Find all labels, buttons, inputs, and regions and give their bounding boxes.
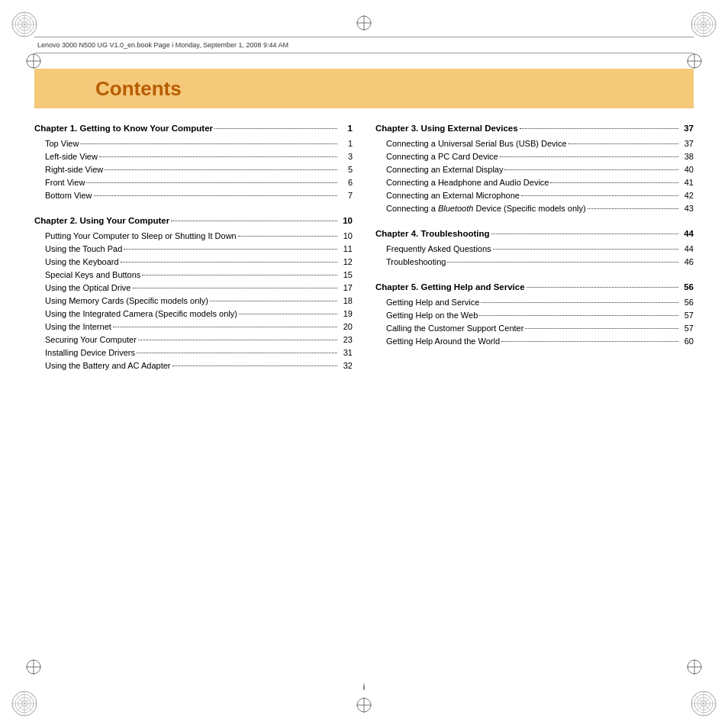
chapter-section: Chapter 3. Using External Devices37Conne… <box>375 122 694 215</box>
toc-page-number: 44 <box>680 243 694 256</box>
corner-decoration-br <box>688 688 719 719</box>
toc-entry-label: Using the Optical Drive <box>34 282 131 295</box>
toc-entry-row: Calling the Customer Support Center57 <box>375 322 694 335</box>
toc-dots <box>500 156 678 157</box>
toc-page-number: 42 <box>680 189 694 202</box>
toc-entry-row: Securing Your Computer23 <box>34 333 353 346</box>
reg-mark-tc <box>355 14 373 32</box>
page-title: Contents <box>95 77 182 101</box>
chapter-section: Chapter 1. Getting to Know Your Computer… <box>34 122 353 202</box>
toc-entry-label: Installing Device Drivers <box>34 346 135 359</box>
toc-entry-label: Getting Help Around the World <box>375 335 500 348</box>
toc-page-number: 10 <box>339 230 353 243</box>
toc-entry-row: Getting Help and Service56 <box>375 296 694 309</box>
toc-dots <box>239 314 337 314</box>
toc-entry-label: Getting Help and Service <box>375 296 479 309</box>
right-column: Chapter 3. Using External Devices37Conne… <box>375 122 694 667</box>
toc-page-number: 56 <box>680 296 694 309</box>
toc-dots <box>133 288 338 288</box>
chapter-heading-row: Chapter 3. Using External Devices37 <box>375 122 694 136</box>
toc-entry-row: Connecting an External Display40 <box>375 163 694 176</box>
chapter-page-number: 1 <box>339 122 353 136</box>
toc-dots <box>105 169 337 170</box>
toc-page-number: 6 <box>339 176 353 189</box>
toc-page-number: 60 <box>680 335 694 348</box>
toc-page-number: 7 <box>339 189 353 202</box>
toc-page-number: 46 <box>680 256 694 269</box>
corner-decoration-bl <box>9 688 40 719</box>
toc-dots <box>210 301 337 301</box>
chapter-heading-label: Chapter 1. Getting to Know Your Computer <box>34 122 213 136</box>
toc-page-number: 43 <box>680 202 694 215</box>
toc-entry-label: Connecting an External Display <box>375 163 503 176</box>
toc-dots <box>520 128 678 129</box>
toc-dots <box>493 249 678 250</box>
toc-page-number: 32 <box>339 359 353 372</box>
toc-entry-row: Getting Help on the Web57 <box>375 309 694 322</box>
toc-page-number: 5 <box>339 163 353 176</box>
toc-dots <box>142 275 337 275</box>
toc-page-number: 17 <box>339 282 353 295</box>
toc-page-number: 38 <box>680 150 694 163</box>
toc-entry-row: Using the Keyboard12 <box>34 256 353 269</box>
toc-entry-row: Troubleshooting46 <box>375 256 694 269</box>
reg-mark-tl <box>24 52 43 70</box>
toc-entry-row: Connecting a Headphone and Audio Device4… <box>375 176 694 189</box>
toc-dots <box>504 169 678 170</box>
toc-dots <box>550 182 678 183</box>
toc-dots <box>86 182 337 183</box>
chapter-section: Chapter 4. Troubleshooting44Frequently A… <box>375 227 694 269</box>
toc-entry-label: Putting Your Computer to Sleep or Shutti… <box>34 230 237 243</box>
toc-page-number: 19 <box>339 308 353 321</box>
chapter-heading-row: Chapter 1. Getting to Know Your Computer… <box>34 122 353 136</box>
toc-page-number: 40 <box>680 163 694 176</box>
chapter-section: Chapter 2. Using Your Computer10Putting … <box>34 214 353 372</box>
toc-dots <box>121 262 337 263</box>
toc-entry-label: Using the Touch Pad <box>34 243 122 256</box>
toc-entry-row: Bottom View7 <box>34 189 353 202</box>
toc-entry-label: Connecting a Universal Serial Bus (USB) … <box>375 137 567 150</box>
toc-entry-row: Front View6 <box>34 176 353 189</box>
toc-page-number: 41 <box>680 176 694 189</box>
corner-decoration-tl <box>9 9 40 40</box>
toc-dots <box>527 287 678 288</box>
chapter-page-number: 37 <box>680 122 694 136</box>
toc-dots <box>501 341 678 342</box>
toc-entry-row: Using the Integrated Camera (Specific mo… <box>34 308 353 321</box>
toc-dots <box>80 143 337 144</box>
toc-entry-row: Connecting an External Microphone42 <box>375 189 694 202</box>
toc-entry-label: Special Keys and Buttons <box>34 269 140 282</box>
corner-decoration-tr <box>688 9 719 40</box>
chapter-section: Chapter 5. Getting Help and Service56Get… <box>375 281 694 348</box>
toc-entry-label: Using Memory Cards (Specific models only… <box>34 295 208 308</box>
toc-dots <box>479 315 678 316</box>
toc-entry-label: Connecting a PC Card Device <box>375 150 498 163</box>
toc-entry-label: Connecting a Headphone and Audio Device <box>375 176 549 189</box>
toc-entry-row: Putting Your Computer to Sleep or Shutti… <box>34 230 353 243</box>
toc-page-number: 12 <box>339 256 353 269</box>
toc-entry-label: Calling the Customer Support Center <box>375 322 523 335</box>
toc-page-number: 57 <box>680 322 694 335</box>
chapter-heading-row: Chapter 2. Using Your Computer10 <box>34 214 353 228</box>
toc-dots <box>137 353 337 353</box>
toc-entry-label: Front View <box>34 176 85 189</box>
toc-dots <box>447 262 678 263</box>
toc-page-number: 57 <box>680 309 694 322</box>
page-number: i <box>363 682 365 691</box>
reg-mark-tr <box>685 52 704 70</box>
toc-entry-row: Connecting a Universal Serial Bus (USB) … <box>375 137 694 150</box>
toc-page-number: 1 <box>339 137 353 150</box>
toc-dots <box>569 143 678 144</box>
chapter-heading-label: Chapter 3. Using External Devices <box>375 122 518 136</box>
toc-page-number: 11 <box>339 243 353 256</box>
toc-dots <box>521 195 678 196</box>
content-area: Chapter 1. Getting to Know Your Computer… <box>34 122 694 667</box>
chapter-heading-label: Chapter 4. Troubleshooting <box>375 227 490 241</box>
toc-entry-row: Using Memory Cards (Specific models only… <box>34 295 353 308</box>
toc-entry-label: Bottom View <box>34 189 92 202</box>
toc-dots <box>172 366 338 366</box>
footer: i <box>34 682 694 691</box>
chapter-heading-label: Chapter 2. Using Your Computer <box>34 214 169 228</box>
header-text: Lenovo 3000 N500 UG V1.0_en.book Page i … <box>37 41 288 49</box>
toc-entry-label: Securing Your Computer <box>34 333 137 346</box>
